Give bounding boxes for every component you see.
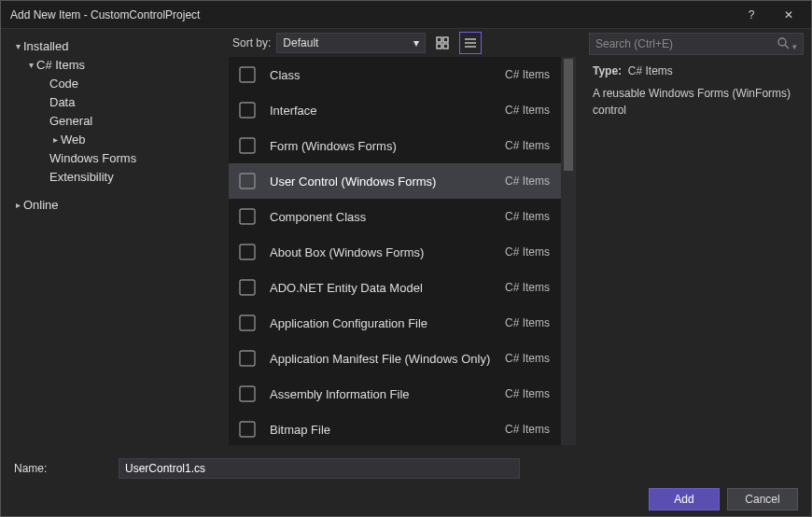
tree-node-installed[interactable]: ▾Installed: [12, 36, 227, 55]
main: ▾Installed▾C# ItemsCodeDataGeneral▸WebWi…: [1, 29, 811, 451]
template-category: C# Items: [505, 245, 550, 258]
type-value: C# Items: [628, 64, 673, 77]
template-icon: [236, 383, 259, 405]
template-category: C# Items: [505, 210, 550, 223]
tree-label: General: [49, 114, 92, 128]
svg-rect-10: [240, 174, 255, 189]
close-button[interactable]: ✕: [770, 2, 807, 28]
svg-rect-1: [443, 37, 448, 42]
template-item[interactable]: Component ClassC# Items: [229, 199, 561, 234]
detail-pane: Type: C# Items A reusable Windows Forms …: [581, 63, 811, 119]
template-label: Component Class: [270, 210, 505, 224]
item-list-wrap: ClassC# ItemsInterfaceC# ItemsForm (Wind…: [229, 57, 576, 445]
template-item[interactable]: Form (Windows Forms)C# Items: [229, 128, 561, 163]
svg-rect-8: [240, 103, 255, 118]
toolbar: Sort by: Default ▾: [227, 29, 581, 57]
svg-line-19: [785, 45, 789, 49]
expand-icon: ▾: [25, 60, 36, 70]
tree-label: Windows Forms: [49, 151, 136, 165]
template-label: About Box (Windows Forms): [270, 245, 505, 259]
tree-node-online[interactable]: ▸Online: [12, 195, 227, 214]
description: A reusable Windows Forms (WinForms) cont…: [593, 85, 800, 119]
view-grid-button[interactable]: [431, 32, 454, 54]
template-icon: [236, 205, 259, 228]
template-item[interactable]: Application Manifest File (Windows Only)…: [229, 341, 561, 376]
help-button[interactable]: ?: [733, 2, 770, 28]
svg-rect-9: [240, 138, 255, 153]
tree-label: Data: [49, 95, 75, 109]
tree-label: Web: [61, 133, 86, 147]
template-item[interactable]: Bitmap FileC# Items: [229, 412, 561, 445]
template-icon: [236, 276, 259, 299]
window-title: Add New Item - CustomControlProject: [10, 8, 200, 21]
type-label: Type:: [593, 64, 622, 77]
template-icon: [236, 99, 259, 121]
tree-node-windows-forms[interactable]: Windows Forms: [12, 148, 227, 167]
search-input[interactable]: Search (Ctrl+E) ▾: [589, 33, 804, 55]
template-icon: [236, 63, 259, 86]
svg-rect-7: [240, 67, 255, 82]
template-item[interactable]: Application Configuration FileC# Items: [229, 305, 561, 341]
titlebar: Add New Item - CustomControlProject ? ✕: [1, 1, 811, 29]
svg-rect-2: [437, 44, 441, 49]
template-label: Class: [270, 68, 505, 82]
template-label: Application Configuration File: [270, 316, 505, 330]
template-item[interactable]: ClassC# Items: [229, 57, 561, 92]
template-icon: [236, 241, 259, 263]
template-category: C# Items: [505, 352, 550, 365]
tree-node-c-items[interactable]: ▾C# Items: [12, 55, 227, 74]
search-icon: ▾: [777, 36, 797, 52]
template-item[interactable]: ADO.NET Entity Data ModelC# Items: [229, 270, 561, 305]
right-pane: Search (Ctrl+E) ▾ Type: C# Items A reusa…: [581, 29, 811, 451]
svg-rect-16: [240, 386, 255, 401]
button-row: Add Cancel: [14, 488, 798, 510]
expand-icon: ▸: [49, 134, 61, 145]
svg-rect-15: [240, 351, 255, 366]
tree-node-code[interactable]: Code: [12, 74, 227, 92]
sort-label: Sort by:: [232, 36, 271, 49]
tree-node-extensibility[interactable]: Extensibility: [12, 167, 227, 186]
tree-label: Installed: [23, 39, 68, 53]
template-label: ADO.NET Entity Data Model: [270, 281, 505, 295]
tree-node-data[interactable]: Data: [12, 92, 227, 111]
template-label: User Control (Windows Forms): [270, 175, 505, 189]
template-item[interactable]: InterfaceC# Items: [229, 92, 561, 128]
svg-rect-3: [443, 44, 448, 49]
template-category: C# Items: [505, 139, 550, 152]
tree-node-general[interactable]: General: [12, 111, 227, 130]
template-item[interactable]: Assembly Information FileC# Items: [229, 376, 561, 412]
template-label: Bitmap File: [270, 423, 505, 437]
template-icon: [236, 418, 259, 440]
svg-rect-12: [240, 245, 255, 259]
scrollbar-thumb[interactable]: [564, 59, 573, 171]
name-row: Name:: [14, 458, 798, 479]
template-category: C# Items: [505, 175, 550, 188]
sidebar: ▾Installed▾C# ItemsCodeDataGeneral▸WebWi…: [1, 29, 227, 451]
template-label: Interface: [270, 104, 505, 118]
tree-node-web[interactable]: ▸Web: [12, 130, 227, 148]
template-category: C# Items: [505, 423, 550, 436]
template-item[interactable]: User Control (Windows Forms)C# Items: [229, 163, 561, 199]
template-category: C# Items: [505, 68, 550, 81]
search-placeholder: Search (Ctrl+E): [595, 37, 673, 50]
svg-rect-17: [240, 422, 255, 437]
template-icon: [236, 170, 259, 192]
view-list-button[interactable]: [459, 32, 482, 54]
svg-rect-0: [437, 37, 441, 42]
template-item[interactable]: About Box (Windows Forms)C# Items: [229, 234, 561, 270]
cancel-button[interactable]: Cancel: [727, 488, 798, 510]
bottom-bar: Name: Add Cancel: [1, 451, 811, 516]
scrollbar[interactable]: [561, 57, 576, 445]
template-icon: [236, 347, 259, 370]
sort-combo[interactable]: Default ▾: [276, 33, 426, 53]
add-button[interactable]: Add: [649, 488, 720, 510]
svg-point-18: [778, 38, 786, 46]
name-input[interactable]: [119, 458, 520, 479]
expand-icon: ▸: [12, 200, 23, 210]
svg-rect-11: [240, 209, 255, 224]
template-category: C# Items: [505, 281, 550, 294]
template-label: Form (Windows Forms): [270, 139, 505, 153]
tree-label: C# Items: [36, 58, 85, 72]
sort-value: Default: [283, 36, 318, 49]
template-icon: [236, 312, 259, 334]
